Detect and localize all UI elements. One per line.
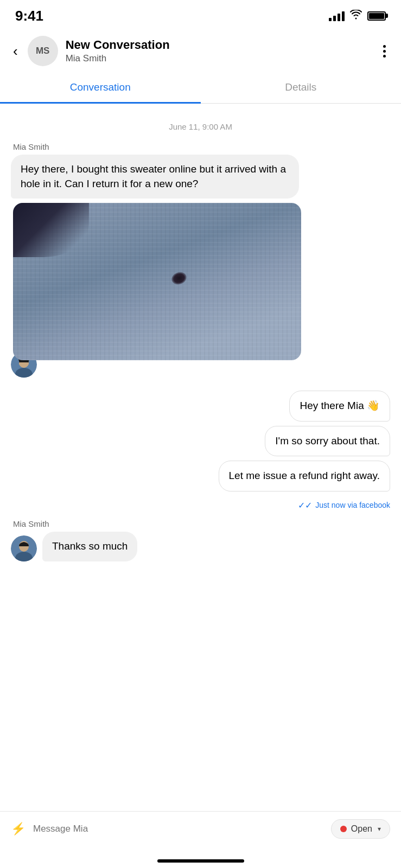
- status-time: 9:41: [15, 8, 43, 24]
- open-status-dot: [340, 826, 347, 832]
- header-text: New Conversation Mia Smith: [66, 38, 371, 64]
- incoming-message-group-2: Mia Smith Thanks so much: [11, 519, 390, 561]
- input-bar: ⚡ Open ▾: [0, 811, 401, 846]
- chevron-down-icon: ▾: [378, 825, 381, 833]
- message-input[interactable]: [33, 824, 323, 834]
- lightning-icon[interactable]: ⚡: [11, 822, 26, 836]
- message-status: ✓✓ Just now via facebook: [11, 500, 390, 510]
- back-button[interactable]: ‹: [11, 41, 20, 62]
- tabs: Conversation Details: [0, 73, 401, 104]
- sender-name-2: Mia Smith: [13, 519, 390, 528]
- battery-icon: [367, 11, 386, 21]
- open-label: Open: [351, 824, 372, 834]
- header-subtitle: Mia Smith: [66, 53, 371, 64]
- status-bar: 9:41: [0, 0, 401, 29]
- wifi-icon: [350, 10, 362, 22]
- tab-details[interactable]: Details: [201, 73, 402, 103]
- status-text: Just now via facebook: [315, 501, 390, 509]
- outgoing-bubble-1: Hey there Mia 👋: [289, 391, 390, 422]
- open-button[interactable]: Open ▾: [331, 819, 390, 839]
- message-row-incoming-2: Thanks so much: [11, 532, 390, 561]
- timestamp-divider: June 11, 9:00 AM: [11, 122, 390, 131]
- chat-area: June 11, 9:00 AM Mia Smith Hey there, I …: [0, 104, 401, 629]
- double-check-icon: ✓✓: [298, 500, 312, 510]
- incoming-bubble-1: Hey there, I bought this sweater online …: [11, 155, 299, 199]
- outgoing-message-group: Hey there Mia 👋 I'm so sorry about that.…: [11, 391, 390, 496]
- status-icons: [329, 10, 386, 22]
- sender-name-1: Mia Smith: [13, 142, 390, 151]
- message-row-incoming-1: Hey there, I bought this sweater online …: [11, 155, 390, 199]
- outgoing-bubble-3: Let me issue a refund right away.: [219, 461, 390, 492]
- incoming-message-group: Mia Smith Hey there, I bought this sweat…: [11, 142, 390, 378]
- contact-avatar-small-2: [11, 535, 37, 561]
- home-indicator: [157, 859, 244, 863]
- tab-conversation[interactable]: Conversation: [0, 73, 201, 104]
- header: ‹ MS New Conversation Mia Smith: [0, 29, 401, 73]
- more-button[interactable]: [379, 43, 390, 60]
- sweater-image: [13, 203, 301, 360]
- signal-icon: [329, 10, 345, 21]
- contact-avatar: MS: [28, 36, 58, 66]
- header-title: New Conversation: [66, 38, 371, 52]
- outgoing-bubble-2: I'm so sorry about that.: [265, 426, 390, 457]
- incoming-bubble-2: Thanks so much: [42, 532, 137, 561]
